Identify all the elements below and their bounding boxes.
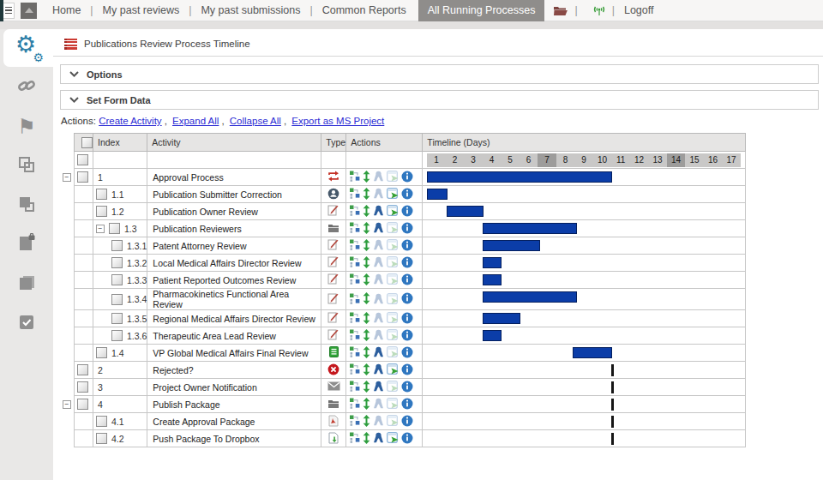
open-form-icon[interactable] [387, 381, 399, 393]
collapse-caret-button[interactable] [21, 3, 37, 19]
open-form-icon[interactable] [387, 432, 399, 445]
assignment-icon[interactable] [373, 346, 384, 359]
row-checkbox[interactable] [77, 399, 88, 410]
row-checkbox[interactable] [77, 171, 88, 183]
move-activity-icon[interactable] [363, 256, 370, 270]
expander-collapse-icon[interactable]: − [63, 173, 71, 182]
move-activity-icon[interactable] [363, 292, 370, 306]
open-form-icon[interactable] [387, 188, 399, 201]
open-form-icon[interactable] [387, 398, 399, 411]
open-form-icon[interactable] [387, 363, 399, 376]
insert-activity-icon[interactable] [349, 329, 360, 342]
open-form-icon[interactable] [387, 273, 399, 286]
assignment-icon[interactable] [373, 432, 384, 445]
expand-all-link[interactable]: Expand All [172, 116, 219, 126]
insert-activity-icon[interactable] [349, 381, 360, 393]
expander-collapse-icon[interactable]: − [96, 225, 105, 233]
assignment-icon[interactable] [373, 415, 384, 428]
move-activity-icon[interactable] [363, 346, 370, 360]
insert-activity-icon[interactable] [349, 346, 360, 359]
move-activity-icon[interactable] [363, 205, 370, 219]
row-checkbox[interactable] [96, 416, 107, 427]
open-form-icon[interactable] [387, 293, 399, 306]
move-activity-icon[interactable] [363, 398, 370, 411]
wireless-signal-icon[interactable] [592, 4, 606, 16]
create-activity-link[interactable]: Create Activity [99, 116, 162, 126]
assignment-icon[interactable] [373, 329, 384, 342]
insert-activity-icon[interactable] [349, 188, 360, 201]
move-activity-icon[interactable] [363, 171, 370, 184]
nav-item-logoff[interactable]: Logoff [621, 4, 658, 16]
assignment-icon[interactable] [373, 256, 384, 269]
row-checkbox[interactable] [96, 206, 107, 217]
row-checkbox[interactable] [96, 189, 107, 200]
sidebar-item-task-check[interactable] [0, 305, 53, 343]
insert-activity-icon[interactable] [349, 312, 360, 325]
expander-collapse-icon[interactable]: − [63, 400, 71, 409]
info-icon[interactable] [401, 292, 413, 306]
info-icon[interactable] [401, 188, 413, 201]
assignment-icon[interactable] [373, 239, 384, 252]
open-form-icon[interactable] [387, 312, 399, 325]
open-form-icon[interactable] [387, 329, 399, 342]
move-activity-icon[interactable] [363, 415, 370, 429]
insert-activity-icon[interactable] [349, 432, 360, 445]
insert-activity-icon[interactable] [349, 293, 360, 306]
row-checkbox[interactable] [96, 433, 107, 444]
chevron-down-icon[interactable] [69, 71, 79, 77]
move-activity-icon[interactable] [363, 222, 370, 236]
row-checkbox[interactable] [77, 381, 88, 393]
info-icon[interactable] [401, 381, 413, 394]
sidebar-item-documents-stack[interactable] [0, 266, 53, 303]
insert-activity-icon[interactable] [349, 363, 360, 376]
row-checkbox[interactable] [111, 274, 123, 285]
row-checkbox[interactable] [111, 294, 123, 305]
row-checkbox[interactable] [111, 313, 123, 324]
open-form-icon[interactable] [387, 256, 399, 269]
nav-item-home[interactable]: Home [49, 4, 84, 16]
info-icon[interactable] [401, 205, 413, 219]
info-icon[interactable] [401, 398, 413, 411]
open-form-icon[interactable] [387, 239, 399, 252]
insert-activity-icon[interactable] [349, 415, 360, 428]
open-form-icon[interactable] [387, 205, 399, 218]
nav-item-all-running-processes-active[interactable]: All Running Processes [418, 0, 545, 21]
info-icon[interactable] [401, 415, 413, 429]
insert-activity-icon[interactable] [349, 398, 360, 411]
select-all-checkbox[interactable] [81, 137, 93, 148]
move-activity-icon[interactable] [363, 188, 370, 201]
assignment-icon[interactable] [373, 222, 384, 235]
nav-item-my-past-submissions[interactable]: My past submissions [197, 4, 303, 16]
assignment-icon[interactable] [373, 398, 384, 411]
assignment-icon[interactable] [373, 312, 384, 325]
folder-icon[interactable] [553, 5, 568, 16]
insert-activity-icon[interactable] [349, 205, 360, 218]
info-icon[interactable] [401, 273, 413, 287]
info-icon[interactable] [401, 432, 413, 446]
assignment-icon[interactable] [373, 171, 384, 183]
info-icon[interactable] [401, 256, 413, 270]
move-activity-icon[interactable] [363, 432, 370, 446]
insert-activity-icon[interactable] [349, 256, 360, 269]
info-icon[interactable] [401, 363, 413, 377]
nav-item-common-reports[interactable]: Common Reports [319, 4, 410, 16]
open-form-icon[interactable] [387, 171, 399, 183]
assignment-icon[interactable] [373, 188, 384, 201]
insert-activity-icon[interactable] [349, 273, 360, 286]
assignment-icon[interactable] [373, 293, 384, 306]
sidebar-item-copy-filled[interactable] [0, 187, 53, 225]
assignment-icon[interactable] [373, 205, 384, 218]
row-checkbox[interactable] [111, 330, 123, 341]
sidebar-item-processes[interactable]: ⚙⚙ [3, 29, 53, 67]
row-checkbox[interactable] [111, 240, 123, 251]
open-form-icon[interactable] [387, 415, 399, 428]
insert-activity-icon[interactable] [349, 239, 360, 252]
move-activity-icon[interactable] [363, 329, 370, 343]
collapse-all-link[interactable]: Collapse All [230, 116, 281, 126]
row-checkbox[interactable] [96, 347, 107, 358]
move-activity-icon[interactable] [363, 273, 370, 287]
open-form-icon[interactable] [387, 222, 399, 235]
assignment-icon[interactable] [373, 363, 384, 376]
move-activity-icon[interactable] [363, 239, 370, 253]
move-activity-icon[interactable] [363, 312, 370, 326]
